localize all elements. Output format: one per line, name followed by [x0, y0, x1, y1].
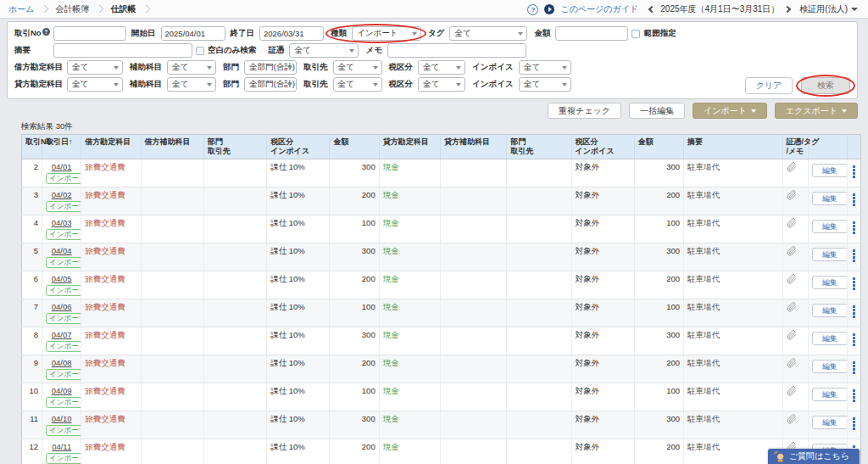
credit-tax-select[interactable]: 全て — [418, 77, 465, 92]
txn-date-link[interactable]: 04/09 — [52, 386, 72, 395]
debit-account-link[interactable]: 旅費交通費 — [85, 274, 125, 283]
sortable-column-header[interactable]: 取引No↑ — [22, 135, 42, 159]
paperclip-icon[interactable] — [787, 414, 797, 424]
txn-date-link[interactable]: 04/04 — [52, 246, 72, 255]
credit-account-link[interactable]: 現金 — [383, 246, 399, 255]
paperclip-icon[interactable] — [787, 162, 797, 172]
paperclip-icon[interactable] — [787, 218, 797, 228]
duplicate-check-button[interactable]: 重複チェック — [548, 103, 621, 119]
txn-date-link[interactable]: 04/08 — [52, 358, 72, 367]
edit-button[interactable]: 編集 — [812, 360, 848, 373]
guide-play-icon[interactable] — [544, 4, 554, 14]
txn-date-link[interactable]: 04/07 — [52, 330, 72, 339]
debit-account-link[interactable]: 旅費交通費 — [85, 218, 125, 227]
debit-account-link[interactable]: 旅費交通費 — [85, 246, 125, 255]
row-menu-icon[interactable] — [851, 358, 857, 374]
clear-button[interactable]: クリア — [745, 77, 793, 94]
credit-account-link[interactable]: 現金 — [383, 330, 399, 339]
txn-no-input[interactable] — [53, 26, 126, 41]
row-menu-icon[interactable] — [851, 330, 857, 346]
paperclip-icon[interactable] — [787, 330, 797, 340]
fiscal-year-label[interactable]: 2025年度（4月1日〜3月31日） — [660, 3, 779, 15]
credit-account-link[interactable]: 現金 — [383, 358, 399, 367]
debit-account-link[interactable]: 旅費交通費 — [85, 302, 125, 311]
row-menu-icon[interactable] — [851, 218, 857, 234]
debit-account-link[interactable]: 旅費交通費 — [85, 330, 125, 339]
debit-sub-select[interactable]: 全て — [167, 60, 216, 75]
debit-invoice-select[interactable]: 全て — [519, 60, 571, 75]
credit-account-link[interactable]: 現金 — [383, 414, 399, 423]
debit-account-link[interactable]: 旅費交通費 — [85, 358, 125, 367]
tag-select[interactable]: 全て — [449, 26, 527, 41]
paperclip-icon[interactable] — [787, 386, 797, 396]
txn-date-link[interactable]: 04/01 — [52, 162, 72, 171]
credit-account-link[interactable]: 現金 — [383, 302, 399, 311]
row-menu-icon[interactable] — [851, 274, 857, 290]
edit-button[interactable]: 編集 — [812, 192, 848, 205]
txn-date-link[interactable]: 04/10 — [52, 414, 72, 423]
export-button[interactable]: エクスポート — [775, 103, 858, 119]
voucher-select[interactable]: 全て — [289, 43, 359, 58]
info-icon[interactable]: ? — [42, 28, 50, 36]
range-checkbox[interactable] — [632, 30, 640, 38]
help-icon[interactable]: ? — [527, 4, 538, 15]
debit-dept-select[interactable]: 全部門(合計) — [244, 60, 297, 75]
row-menu-icon[interactable] — [851, 190, 857, 206]
credit-account-link[interactable]: 現金 — [383, 218, 399, 227]
summary-input[interactable] — [53, 43, 192, 58]
txn-date-link[interactable]: 04/05 — [52, 274, 72, 283]
row-menu-icon[interactable] — [851, 302, 857, 318]
paperclip-icon[interactable] — [787, 246, 797, 256]
txn-date-link[interactable]: 04/06 — [52, 302, 72, 311]
debit-account-link[interactable]: 旅費交通費 — [85, 386, 125, 395]
edit-button[interactable]: 編集 — [812, 164, 848, 177]
memo-input[interactable] — [387, 43, 526, 58]
chat-support-button[interactable]: ご質問はこちら — [768, 449, 860, 464]
row-menu-icon[interactable] — [851, 414, 857, 430]
edit-button[interactable]: 編集 — [812, 304, 848, 317]
txn-date-link[interactable]: 04/11 — [52, 442, 71, 451]
row-menu-icon[interactable] — [851, 162, 857, 178]
row-menu-icon[interactable] — [851, 246, 857, 262]
edit-button[interactable]: 編集 — [812, 220, 848, 233]
prev-year-icon[interactable] — [648, 6, 655, 13]
txn-date-link[interactable]: 04/03 — [52, 218, 72, 227]
end-date-input[interactable] — [259, 26, 324, 41]
sortable-column-header[interactable]: 取引日↑ — [42, 135, 81, 159]
type-select[interactable]: インポート — [352, 26, 421, 41]
blank-only-checkbox[interactable] — [196, 47, 204, 55]
edit-button[interactable]: 編集 — [812, 416, 848, 429]
debit-account-link[interactable]: 旅費交通費 — [85, 162, 125, 171]
debit-account-link[interactable]: 旅費交通費 — [85, 414, 125, 423]
credit-invoice-select[interactable]: 全て — [519, 77, 571, 92]
credit-account-link[interactable]: 現金 — [383, 386, 399, 395]
paperclip-icon[interactable] — [787, 302, 797, 312]
paperclip-icon[interactable] — [787, 274, 797, 284]
credit-sub-select[interactable]: 全て — [167, 77, 216, 92]
next-year-icon[interactable] — [784, 6, 791, 13]
paperclip-icon[interactable] — [787, 190, 797, 200]
page-guide-link[interactable]: このページのガイド — [560, 3, 638, 15]
row-menu-icon[interactable] — [851, 386, 857, 402]
debit-account-link[interactable]: 旅費交通費 — [85, 442, 125, 451]
breadcrumb-home[interactable]: ホーム — [8, 3, 34, 15]
search-button[interactable]: 検索 — [801, 77, 850, 94]
edit-button[interactable]: 編集 — [812, 276, 848, 289]
credit-account-link[interactable]: 現金 — [383, 190, 399, 199]
credit-dept-select[interactable]: 全部門(合計) — [244, 77, 297, 92]
debit-tax-select[interactable]: 全て — [418, 60, 465, 75]
amount-input[interactable] — [555, 26, 628, 41]
start-date-input[interactable] — [161, 26, 225, 41]
debit-partner-select[interactable]: 全て — [333, 60, 382, 75]
paperclip-icon[interactable] — [787, 358, 797, 368]
credit-account-link[interactable]: 現金 — [383, 162, 399, 171]
account-switcher[interactable]: 検証用(法人) — [799, 3, 858, 15]
edit-button[interactable]: 編集 — [812, 388, 848, 401]
credit-account-link[interactable]: 現金 — [383, 442, 399, 451]
breadcrumb-books[interactable]: 会計帳簿 — [55, 3, 89, 15]
import-button[interactable]: インポート — [693, 103, 767, 119]
credit-account-link[interactable]: 現金 — [383, 274, 399, 283]
debit-account-select[interactable]: 全て — [67, 60, 123, 75]
credit-account-select[interactable]: 全て — [67, 77, 123, 92]
debit-account-link[interactable]: 旅費交通費 — [85, 190, 125, 199]
